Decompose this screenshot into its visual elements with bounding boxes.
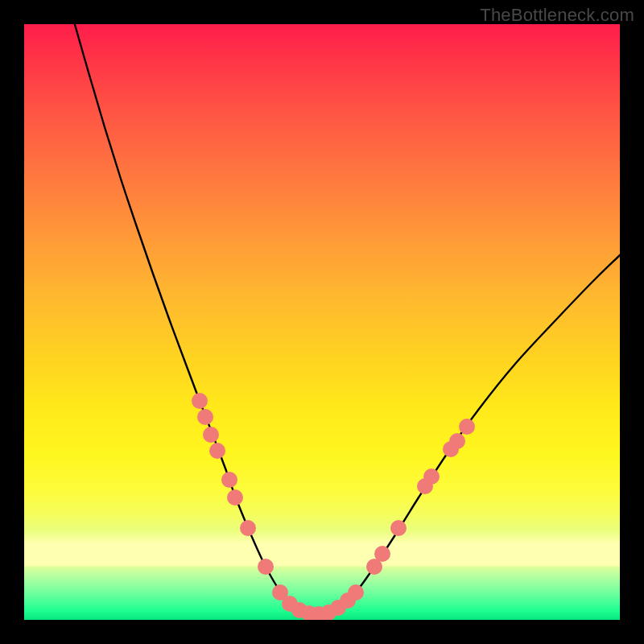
highlight-dot [348,584,364,601]
highlight-dot [203,427,219,443]
highlight-dot [197,409,213,425]
bottleneck-curve [72,24,620,614]
highlight-dot [240,520,256,536]
chart-frame: TheBottleneck.com [0,0,644,644]
highlight-dot [221,472,237,488]
highlight-dot [192,393,208,409]
highlight-dot [227,489,243,506]
highlight-dot [423,469,440,485]
highlight-dot [258,559,274,575]
highlight-dot [374,546,390,562]
highlight-dot [209,443,225,459]
highlight-dot [449,433,465,449]
highlight-dots [192,393,475,620]
watermark-text: TheBottleneck.com [480,5,634,26]
curve-layer [24,24,620,620]
highlight-dot [390,520,407,536]
highlight-dot [459,419,475,435]
plot-area [24,24,620,620]
